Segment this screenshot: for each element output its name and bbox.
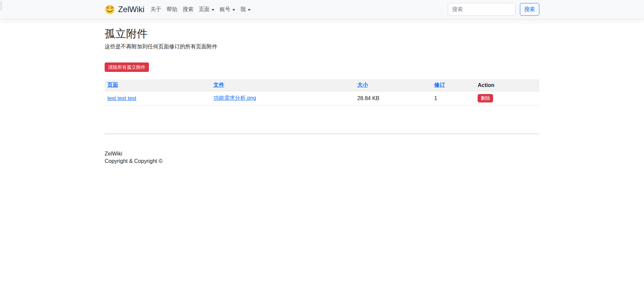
- navbar-menu: 关于 帮助 搜索 页面 账号 我: [148, 3, 253, 16]
- chevron-down-icon: [248, 9, 251, 11]
- nav-item-pages-label: 页面: [199, 6, 210, 13]
- nav-item-help-label: 帮助: [167, 6, 177, 13]
- wiki-logo-emoji-icon: [105, 4, 115, 15]
- nav-item-about-label: 关于: [151, 6, 161, 13]
- search-input[interactable]: [448, 3, 516, 16]
- page-title: 孤立附件: [105, 27, 539, 40]
- left-edge-artifact: [0, 1, 2, 10]
- nav-item-me-label: 我: [240, 6, 246, 13]
- nav-item-about[interactable]: 关于: [148, 3, 164, 16]
- table-header-row: 页面 文件 大小 修订 Action: [105, 79, 539, 91]
- nav-item-search-label: 搜索: [183, 6, 194, 13]
- orphaned-attachments-table: 页面 文件 大小 修订 Action test test test 功能需求分析…: [105, 79, 539, 105]
- page-subtitle: 这些是不再附加到任何页面修订的所有页面附件: [105, 43, 539, 51]
- size-cell: 28.84 KB: [355, 91, 431, 105]
- nav-item-me-dropdown[interactable]: 我: [238, 3, 253, 16]
- nav-item-search[interactable]: 搜索: [180, 3, 196, 16]
- file-link[interactable]: 功能需求分析.png: [213, 95, 256, 101]
- chevron-down-icon: [212, 9, 214, 11]
- nav-item-pages-dropdown[interactable]: 页面: [196, 3, 217, 16]
- purge-all-orphaned-button[interactable]: 清除所有孤立附件: [105, 62, 149, 72]
- table-row: test test test 功能需求分析.png 28.84 KB 1 删除: [105, 91, 539, 105]
- sort-by-page-header[interactable]: 页面: [107, 82, 118, 88]
- page-link[interactable]: test test test: [107, 95, 136, 101]
- action-column-header: Action: [475, 79, 539, 91]
- sort-by-revision-header[interactable]: 修订: [434, 82, 445, 88]
- sort-by-size-header[interactable]: 大小: [357, 82, 368, 88]
- page-footer: ZelWiki Copyright & Copyright ©: [105, 150, 539, 165]
- brand-name: ZelWiki: [118, 5, 145, 14]
- top-navbar: ZelWiki 关于 帮助 搜索 页面 账号 我 搜索: [0, 0, 644, 19]
- nav-item-account-label: 账号: [220, 6, 230, 13]
- brand-link[interactable]: ZelWiki: [105, 4, 145, 15]
- footer-divider: [105, 134, 539, 134]
- footer-copyright: Copyright & Copyright ©: [105, 158, 539, 165]
- footer-brand: ZelWiki: [105, 150, 539, 158]
- main-content: 孤立附件 这些是不再附加到任何页面修订的所有页面附件 清除所有孤立附件 页面 文…: [101, 19, 543, 165]
- navbar-container: ZelWiki 关于 帮助 搜索 页面 账号 我 搜索: [101, 0, 543, 19]
- search-button[interactable]: 搜索: [520, 3, 539, 16]
- delete-button[interactable]: 删除: [478, 94, 493, 102]
- nav-item-account-dropdown[interactable]: 账号: [217, 3, 238, 16]
- nav-item-help[interactable]: 帮助: [164, 3, 180, 16]
- sort-by-file-header[interactable]: 文件: [213, 82, 224, 88]
- revision-cell: 1: [432, 91, 475, 105]
- chevron-down-icon: [232, 9, 235, 11]
